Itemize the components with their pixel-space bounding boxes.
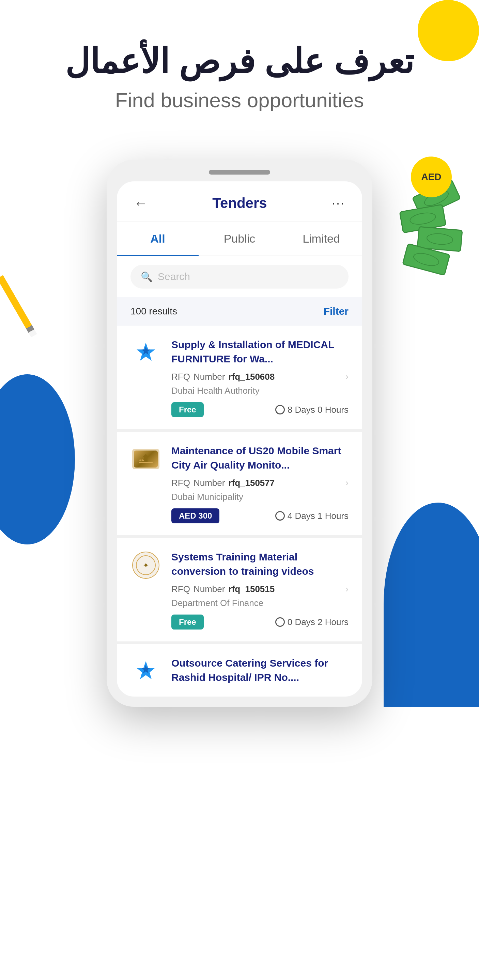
rfq-arrow-1: ›	[345, 371, 348, 382]
rfq-label-1: RFQ	[171, 372, 190, 382]
tender-card-2[interactable]: بلدية Maintenance of US20 Mobile Smart C…	[117, 432, 362, 538]
time-info-2: 4 Days 1 Hours	[275, 511, 348, 521]
header-section: تعرف على فرص الأعمال Find business oppor…	[0, 0, 479, 132]
tab-limited[interactable]: Limited	[280, 222, 362, 256]
rfq-number-label-3: Number	[193, 584, 225, 595]
rfq-number-2: rfq_150577	[228, 478, 275, 488]
aed-badge: AED	[411, 156, 452, 197]
tab-public[interactable]: Public	[199, 222, 280, 256]
phone-notch	[209, 170, 270, 175]
results-count: 100 results	[131, 306, 177, 317]
results-header: 100 results Filter	[117, 297, 362, 326]
rfq-label-3: RFQ	[171, 584, 190, 595]
rfq-number-3: rfq_150515	[228, 584, 275, 595]
tender-title-2: Maintenance of US20 Mobile Smart City Ai…	[171, 444, 348, 472]
back-button[interactable]: ←	[134, 196, 147, 211]
card-footer-3: Free 0 Days 2 Hours	[171, 614, 348, 630]
app-header: ← Tenders ···	[117, 181, 362, 222]
tender-content-4: Outsource Catering Services for Rashid H…	[171, 656, 348, 690]
arabic-title: تعرف على فرص الأعمال	[34, 41, 445, 82]
phone-screen: ← Tenders ··· All Public Limited	[117, 181, 362, 697]
tender-title-3: Systems Training Material conversion to …	[171, 550, 348, 579]
tender-content-3: Systems Training Material conversion to …	[171, 550, 348, 630]
phone-container: ← Tenders ··· All Public Limited	[0, 159, 479, 707]
app-title: Tenders	[212, 195, 267, 211]
rfq-label-2: RFQ	[171, 478, 190, 488]
tender-title-4: Outsource Catering Services for Rashid H…	[171, 656, 348, 685]
search-placeholder: Search	[158, 271, 190, 282]
clock-icon-3	[275, 617, 285, 627]
english-subtitle: Find business opportunities	[34, 89, 445, 112]
rfq-arrow-3: ›	[345, 584, 348, 595]
rfq-row-1: RFQ Number rfq_150608 ›	[171, 371, 348, 382]
more-menu-button[interactable]: ···	[332, 196, 345, 210]
rfq-row-3: RFQ Number rfq_150515 ›	[171, 584, 348, 595]
tender-logo-4	[131, 656, 161, 687]
star-logo-1	[134, 341, 158, 365]
tender-card-4[interactable]: Outsource Catering Services for Rashid H…	[117, 644, 362, 697]
aed-badge-text: AED	[421, 172, 441, 182]
issuer-2: Dubai Municipality	[171, 492, 348, 502]
municipality-logo: بلدية	[132, 449, 160, 469]
tabs-row: All Public Limited	[117, 222, 362, 256]
phone-mockup: ← Tenders ··· All Public Limited	[107, 159, 372, 707]
search-section: 🔍 Search	[117, 256, 362, 297]
tender-card-3[interactable]: ✦ Systems Training Material conversion t…	[117, 538, 362, 644]
search-icon: 🔍	[141, 271, 153, 282]
tender-logo-2: بلدية	[131, 444, 161, 474]
time-info-1: 8 Days 0 Hours	[275, 404, 348, 415]
rfq-row-2: RFQ Number rfq_150577 ›	[171, 477, 348, 488]
card-footer-1: Free 8 Days 0 Hours	[171, 402, 348, 417]
issuer-1: Dubai Health Authority	[171, 385, 348, 396]
search-bar[interactable]: 🔍 Search	[131, 265, 348, 288]
rfq-arrow-2: ›	[345, 477, 348, 488]
badge-1: Free	[171, 402, 204, 417]
phone-notch-area	[117, 170, 362, 175]
tender-card-1[interactable]: Supply & Installation of MEDICAL FURNITU…	[117, 326, 362, 432]
clock-icon-2	[275, 511, 285, 520]
badge-3: Free	[171, 614, 204, 630]
card-footer-2: AED 300 4 Days 1 Hours	[171, 508, 348, 523]
tender-content-1: Supply & Installation of MEDICAL FURNITU…	[171, 337, 348, 417]
time-info-3: 0 Days 2 Hours	[275, 617, 348, 627]
rfq-number-label-2: Number	[193, 478, 225, 488]
star-logo-4	[134, 659, 158, 683]
finance-emblem: ✦	[136, 555, 156, 576]
tender-content-2: Maintenance of US20 Mobile Smart City Ai…	[171, 444, 348, 523]
issuer-3: Department Of Finance	[171, 598, 348, 608]
clock-icon-1	[275, 405, 285, 414]
tender-title-1: Supply & Installation of MEDICAL FURNITU…	[171, 337, 348, 366]
tender-logo-1	[131, 337, 161, 368]
tab-all[interactable]: All	[117, 222, 199, 256]
svg-text:✦: ✦	[143, 561, 149, 570]
rfq-number-1: rfq_150608	[228, 372, 275, 382]
finance-logo: ✦	[132, 552, 160, 579]
badge-2: AED 300	[171, 508, 219, 523]
municipality-emblem: بلدية	[137, 452, 154, 466]
rfq-number-label-1: Number	[193, 372, 225, 382]
tender-logo-3: ✦	[131, 550, 161, 581]
filter-button[interactable]: Filter	[324, 305, 348, 317]
